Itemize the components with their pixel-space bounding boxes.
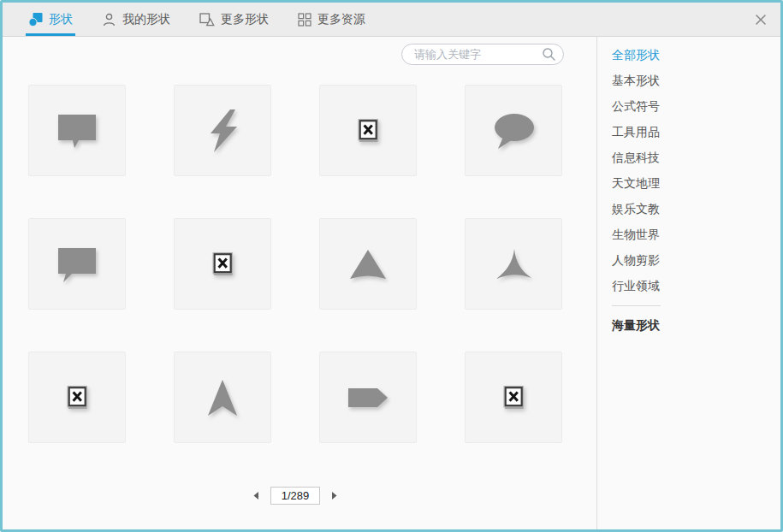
close-button[interactable] — [751, 3, 770, 36]
shape-tile[interactable] — [28, 352, 126, 443]
sidebar-divider — [612, 305, 661, 306]
sidebar-item-people-silhouettes[interactable]: 人物剪影 — [612, 247, 780, 273]
broken-image-icon — [503, 386, 525, 409]
shape-grid — [28, 85, 596, 443]
sidebar-item-basic-shapes[interactable]: 基本形状 — [612, 68, 780, 93]
shape-tile[interactable] — [28, 85, 126, 176]
ellipse-speech-bubble-icon — [491, 111, 536, 151]
shape-tile[interactable] — [28, 218, 126, 310]
right-arrow-pentagon-icon — [347, 387, 389, 409]
tab-label: 更多资源 — [317, 12, 365, 27]
sidebar-item-all-shapes[interactable]: 全部形状 — [612, 42, 780, 68]
shape-tile[interactable] — [465, 85, 562, 176]
tab-label: 更多形状 — [221, 12, 269, 27]
sidebar-item-astronomy-geography[interactable]: 天文地理 — [612, 170, 780, 196]
concave-base-triangle-icon — [347, 246, 389, 282]
main-panel: 1/289 — [3, 37, 596, 529]
shapes-icon — [28, 12, 43, 27]
shape-tile[interactable] — [319, 85, 417, 176]
shape-tile[interactable] — [465, 218, 562, 310]
sidebar-item-entertainment-education[interactable]: 娱乐文教 — [612, 196, 780, 222]
page-indicator[interactable]: 1/289 — [270, 487, 320, 505]
search-box — [401, 44, 564, 65]
shapes-library-window: 形状 我的形状 更多形状 更多资源 — [0, 0, 783, 532]
tab-more-shapes[interactable]: 更多形状 — [199, 3, 269, 36]
pagination: 1/289 — [3, 487, 588, 505]
next-page-button[interactable] — [329, 489, 340, 502]
tab-bar: 形状 我的形状 更多形状 更多资源 — [3, 3, 780, 37]
shape-tile[interactable] — [174, 218, 271, 310]
more-shapes-icon — [199, 13, 215, 27]
person-icon — [102, 13, 116, 27]
shape-tile[interactable] — [465, 352, 562, 443]
sidebar-item-info-technology[interactable]: 信息科技 — [612, 145, 780, 170]
chevron-right-icon — [331, 491, 338, 500]
shape-tile[interactable] — [174, 352, 271, 443]
sidebar-item-tools-supplies[interactable]: 工具用品 — [612, 119, 780, 145]
shape-tile[interactable] — [319, 352, 417, 443]
sidebar-item-industry-fields[interactable]: 行业领域 — [612, 273, 780, 299]
sidebar-item-massive-shapes[interactable]: 海量形状 — [612, 312, 780, 338]
tricorn-star-icon — [492, 246, 535, 282]
tab-label: 我的形状 — [122, 12, 170, 27]
shape-tile[interactable] — [174, 85, 271, 176]
tab-more-resources[interactable]: 更多资源 — [298, 3, 365, 36]
search-row — [3, 44, 596, 65]
lightning-bolt-icon — [203, 109, 242, 152]
content-area: 1/289 全部形状基本形状公式符号工具用品信息科技天文地理娱乐文教生物世界人物… — [3, 37, 780, 529]
search-input[interactable] — [414, 48, 542, 61]
broken-image-icon — [212, 252, 234, 275]
category-sidebar: 全部形状基本形状公式符号工具用品信息科技天文地理娱乐文教生物世界人物剪影行业领域… — [596, 37, 780, 529]
broken-image-icon — [67, 386, 88, 409]
speech-bubble-rect-icon — [54, 111, 100, 151]
broken-image-icon — [358, 119, 379, 142]
tab-shapes[interactable]: 形状 — [28, 3, 73, 36]
search-icon[interactable] — [542, 47, 556, 62]
arrowhead-cursor-icon — [205, 378, 240, 417]
tab-label: 形状 — [49, 12, 73, 27]
speech-bubble-rect-left-tail-icon — [54, 245, 100, 284]
sidebar-item-formula-symbols[interactable]: 公式符号 — [612, 93, 780, 119]
tab-my-shapes[interactable]: 我的形状 — [102, 3, 170, 36]
shape-tile[interactable] — [319, 218, 417, 310]
chevron-left-icon — [252, 491, 259, 500]
sidebar-item-biology-world[interactable]: 生物世界 — [612, 222, 780, 247]
close-icon — [755, 14, 767, 26]
grid-icon — [298, 13, 311, 27]
prev-page-button[interactable] — [251, 489, 261, 502]
